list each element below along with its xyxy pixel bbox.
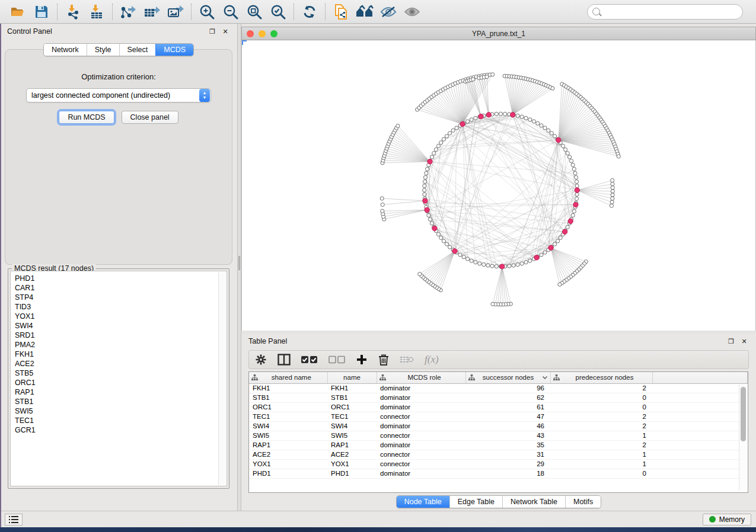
mcds-hub-node[interactable] — [534, 255, 539, 260]
graph-leaf-node[interactable] — [485, 75, 489, 79]
graph-leaf-node[interactable] — [380, 197, 384, 200]
table-cell[interactable]: SWI4 — [327, 421, 377, 431]
search-input[interactable] — [604, 8, 738, 16]
table-cell[interactable]: 0 — [550, 402, 652, 412]
add-column-icon[interactable] — [356, 354, 368, 366]
mcds-result-item[interactable]: ACE2 — [15, 359, 227, 368]
table-cell[interactable]: 35 — [465, 440, 550, 450]
graph-node[interactable] — [423, 193, 426, 196]
mcds-hub-node[interactable] — [548, 245, 553, 250]
gear-icon[interactable] — [255, 354, 267, 366]
select-all-icon[interactable] — [301, 355, 318, 364]
network-window-titlebar[interactable]: YPA_prune.txt_1 — [241, 27, 756, 40]
float-panel-icon[interactable]: ❐ — [208, 27, 217, 36]
table-cell[interactable]: 31 — [465, 450, 550, 459]
table-cell[interactable]: STB1 — [327, 393, 377, 402]
graph-node[interactable] — [520, 262, 524, 265]
import-network-icon[interactable] — [61, 2, 85, 21]
graph-node[interactable] — [495, 112, 498, 116]
window-zoom-icon[interactable] — [270, 30, 277, 37]
graph-node[interactable] — [499, 112, 502, 116]
show-all-icon[interactable] — [400, 2, 424, 21]
table-cell[interactable]: ORC1 — [249, 402, 327, 412]
tab-select[interactable]: Select — [119, 44, 156, 56]
graph-node[interactable] — [432, 152, 436, 155]
task-history-button[interactable] — [5, 514, 23, 525]
graph-node[interactable] — [455, 126, 458, 130]
table-cell[interactable]: dominator — [377, 393, 465, 402]
column-header-MCDS-role[interactable]: MCDS role — [377, 372, 465, 383]
graph-node[interactable] — [524, 116, 528, 120]
graph-node[interactable] — [445, 242, 448, 246]
table-cell[interactable]: 43 — [465, 431, 550, 440]
zoom-out-icon[interactable] — [219, 2, 243, 21]
mcds-hub-node[interactable] — [425, 207, 429, 212]
graph-node[interactable] — [478, 262, 481, 265]
mcds-result-item[interactable]: YOX1 — [15, 312, 227, 321]
graph-node[interactable] — [575, 193, 579, 196]
tab-network-table[interactable]: Network Table — [502, 496, 565, 508]
table-cell[interactable]: 2 — [550, 421, 652, 431]
table-cell[interactable]: 62 — [465, 393, 550, 402]
graph-node[interactable] — [547, 129, 550, 132]
table-cell[interactable]: dominator — [377, 402, 465, 412]
graph-node[interactable] — [528, 259, 532, 262]
export-table-icon[interactable] — [140, 2, 164, 21]
refresh-icon[interactable] — [298, 2, 321, 21]
mcds-hub-node[interactable] — [428, 159, 432, 164]
table-cell[interactable]: RAP1 — [327, 440, 377, 450]
column-header-successor-nodes[interactable]: successor nodes — [465, 372, 550, 383]
table-cell[interactable]: ACE2 — [249, 450, 327, 459]
table-row[interactable]: SWI4SWI4dominator462 — [249, 421, 748, 431]
table-cell[interactable]: STB1 — [249, 393, 327, 402]
graph-node[interactable] — [550, 132, 553, 135]
graph-node[interactable] — [540, 253, 543, 257]
table-cell[interactable]: SWI5 — [327, 431, 377, 440]
graph-leaf-node[interactable] — [617, 155, 620, 158]
float-table-panel-icon[interactable]: ❐ — [726, 336, 736, 346]
table-cell[interactable]: 47 — [465, 412, 550, 421]
graph-node[interactable] — [575, 197, 578, 200]
graph-node[interactable] — [425, 171, 428, 175]
mcds-hub-node[interactable] — [562, 229, 567, 234]
zoom-in-icon[interactable] — [195, 2, 219, 21]
graph-node[interactable] — [474, 116, 477, 120]
table-cell[interactable]: dominator — [377, 383, 465, 393]
graph-node[interactable] — [470, 118, 473, 121]
tab-node-table[interactable]: Node Table — [397, 496, 449, 508]
mcds-hub-node[interactable] — [460, 121, 465, 126]
tab-network[interactable]: Network — [44, 44, 87, 56]
table-cell[interactable]: RAP1 — [249, 440, 327, 450]
graph-node[interactable] — [563, 148, 567, 151]
table-cell[interactable]: SWI5 — [249, 431, 327, 440]
mcds-hub-node[interactable] — [452, 249, 457, 254]
table-cell[interactable]: 1 — [550, 431, 652, 440]
table-cell[interactable]: FKH1 — [327, 383, 377, 393]
graph-node[interactable] — [543, 251, 547, 254]
table-cell[interactable]: ACE2 — [327, 450, 377, 459]
graph-node[interactable] — [543, 126, 547, 130]
mcds-result-item[interactable]: GCR1 — [15, 425, 227, 435]
mcds-hub-node[interactable] — [486, 113, 491, 117]
graph-node[interactable] — [482, 263, 486, 267]
table-row[interactable]: PHD1PHD1dominator180 — [249, 469, 748, 478]
table-cell[interactable]: YOX1 — [327, 459, 377, 469]
graph-node[interactable] — [423, 180, 426, 184]
graph-node[interactable] — [540, 124, 543, 127]
mcds-result-item[interactable]: PMA2 — [15, 340, 227, 350]
graph-node[interactable] — [462, 255, 465, 259]
table-row[interactable]: SWI5SWI5connector431 — [249, 431, 748, 440]
mcds-list-scrollbar[interactable] — [218, 272, 226, 485]
graph-leaf-node[interactable] — [611, 193, 614, 197]
table-cell[interactable]: 46 — [465, 421, 550, 431]
graph-node[interactable] — [439, 141, 443, 145]
graph-node[interactable] — [566, 152, 569, 155]
column-header-name[interactable]: name — [327, 372, 377, 383]
table-cell[interactable]: TEC1 — [327, 412, 377, 421]
table-cell[interactable]: 0 — [550, 469, 652, 478]
mcds-hub-node[interactable] — [500, 264, 505, 269]
window-close-icon[interactable] — [247, 30, 254, 37]
table-row[interactable]: STB1STB1dominator620 — [249, 393, 748, 402]
table-cell[interactable]: FKH1 — [249, 383, 327, 393]
search-box[interactable] — [587, 4, 743, 20]
